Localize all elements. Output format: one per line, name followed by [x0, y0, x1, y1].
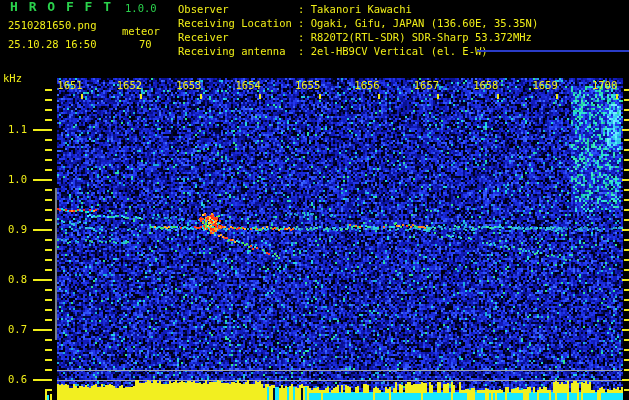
time-tick-label: 1655 [294, 79, 322, 91]
y-tick-label: 0.7 [8, 323, 32, 335]
time-tick-label: 1700 [591, 79, 619, 91]
header-underline [477, 50, 629, 52]
time-tick-label: 1651 [56, 79, 84, 91]
hrofft-screen: H R O F F T 1.0.0 2510281650.png meteor … [0, 0, 629, 400]
output-filename: 2510281650.png [8, 20, 97, 31]
header-info-separator: : [298, 45, 311, 57]
header-info-label: Receiver [178, 30, 298, 44]
header-info-value: 2el-HB9CV Vertical (el. E-W) [311, 45, 488, 57]
time-tick-label: 1657 [412, 79, 440, 91]
time-tick-label: 1659 [531, 79, 559, 91]
y-tick-label: 0.9 [8, 223, 32, 235]
time-tick-label: 1658 [472, 79, 500, 91]
spectrogram-canvas [0, 0, 629, 400]
y-tick-label: 1.1 [8, 123, 32, 135]
y-tick-label: 1.0 [8, 173, 32, 185]
app-title: H R O F F T [10, 1, 113, 12]
header-info-label: Receiving Location [178, 16, 298, 30]
time-tick-label: 1656 [353, 79, 381, 91]
header-info-label: Observer [178, 2, 298, 16]
header-info-separator: : [298, 31, 311, 43]
observation-datetime: 25.10.28 16:50 [8, 39, 97, 50]
mode-label: meteor [122, 26, 160, 37]
y-tick-label: 0.8 [8, 273, 32, 285]
echo-count: 70 [139, 39, 152, 50]
app-version: 1.0.0 [125, 3, 157, 14]
header-info-separator: : [298, 17, 311, 29]
time-tick-label: 1654 [234, 79, 262, 91]
header-info-value: Takanori Kawachi [311, 3, 412, 15]
time-tick-label: 1652 [115, 79, 143, 91]
header-info-separator: : [298, 3, 311, 15]
header-info-value: Ogaki, Gifu, JAPAN (136.60E, 35.35N) [311, 17, 539, 29]
header-info-line: Receiving Location: Ogaki, Gifu, JAPAN (… [178, 16, 538, 30]
y-tick-label: 0.6 [8, 373, 32, 385]
header-info-label: Receiving antenna [178, 44, 298, 58]
header-info-line: Receiver: R820T2(RTL-SDR) SDR-Sharp 53.3… [178, 30, 538, 44]
header-info-line: Observer: Takanori Kawachi [178, 2, 538, 16]
khz-axis-label: kHz [3, 73, 22, 84]
header-info-value: R820T2(RTL-SDR) SDR-Sharp 53.372MHz [311, 31, 532, 43]
time-tick-label: 1653 [175, 79, 203, 91]
